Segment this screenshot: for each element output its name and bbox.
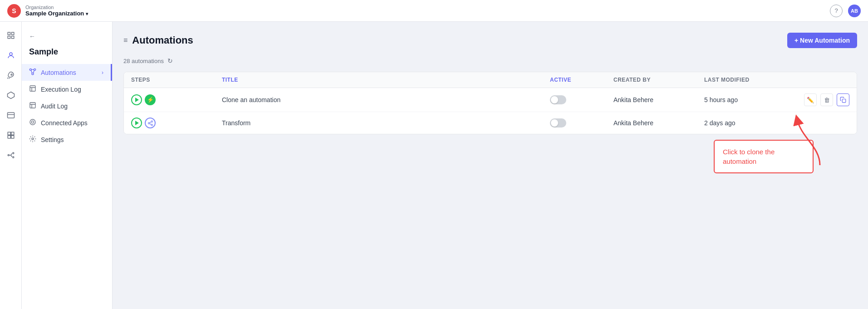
- sidebar-item-settings[interactable]: Settings: [22, 131, 112, 148]
- row1-steps: ⚡: [131, 94, 222, 105]
- play-icon: [131, 118, 142, 128]
- col-header-title[interactable]: Title: [222, 77, 550, 83]
- app-logo: S: [7, 4, 21, 18]
- sidebar-label-settings: Settings: [41, 136, 64, 143]
- automations-table: Steps Title Active Created By Last Modif…: [123, 72, 857, 134]
- steps-icons: ⚡: [131, 94, 222, 105]
- topbar-left: S Organization Sample Organization: [7, 4, 88, 18]
- svg-point-12: [8, 155, 9, 156]
- row1-actions: ✏️ 🗑: [804, 93, 849, 106]
- svg-rect-10: [8, 136, 10, 138]
- sidebar-item-audit-log[interactable]: Audit Log: [22, 98, 112, 114]
- toggle-switch[interactable]: [550, 118, 566, 128]
- col-header-steps: Steps: [131, 77, 222, 83]
- nav-icon-beta[interactable]: [3, 127, 19, 143]
- help-button[interactable]: ?: [830, 5, 843, 17]
- nav-sidebar: ← Sample Automations › Execution Log Aud…: [22, 22, 113, 309]
- svg-point-16: [34, 69, 36, 70]
- table-row: Transform Ankita Behere 2 days ago: [124, 112, 857, 134]
- sidebar-label-connected-apps: Connected Apps: [41, 119, 88, 127]
- nav-title: Sample: [22, 47, 112, 64]
- nav-icon-people[interactable]: [3, 47, 19, 64]
- svg-point-26: [151, 124, 152, 125]
- svg-rect-3: [11, 36, 14, 39]
- nav-icon-flow[interactable]: [3, 147, 19, 163]
- delete-button[interactable]: 🗑: [820, 93, 833, 106]
- sidebar-item-automations[interactable]: Automations ›: [22, 64, 112, 81]
- row2-steps: [131, 118, 222, 128]
- page-header: ≡ Automations + New Automation: [123, 33, 857, 48]
- svg-point-24: [151, 121, 152, 122]
- row1-created-by: Ankita Behere: [613, 96, 704, 103]
- user-avatar[interactable]: AB: [848, 5, 861, 17]
- svg-rect-18: [30, 86, 35, 91]
- svg-rect-8: [8, 132, 10, 135]
- svg-point-22: [32, 138, 34, 140]
- icon-sidebar: [0, 22, 22, 309]
- nav-icon-home[interactable]: [3, 27, 19, 44]
- toggle-switch[interactable]: [550, 95, 566, 104]
- svg-rect-7: [7, 113, 14, 118]
- bolt-icon: ⚡: [145, 94, 156, 105]
- play-icon: [131, 94, 142, 105]
- svg-rect-1: [11, 32, 14, 34]
- svg-rect-11: [11, 136, 14, 138]
- svg-point-13: [12, 152, 14, 154]
- action-icons: ✏️ 🗑: [804, 93, 849, 106]
- svg-point-20: [31, 121, 34, 123]
- edit-button[interactable]: ✏️: [804, 93, 817, 106]
- svg-point-5: [11, 74, 12, 75]
- org-label: Organization: [25, 5, 88, 10]
- back-icon: ←: [29, 33, 35, 40]
- org-name[interactable]: Sample Organization: [25, 10, 88, 17]
- play-triangle: [135, 121, 139, 125]
- nav-icon-inbox[interactable]: [3, 107, 19, 123]
- svg-point-4: [10, 53, 12, 55]
- clone-tooltip-text: Click to clone the automation: [723, 148, 775, 165]
- svg-point-15: [29, 69, 31, 70]
- sidebar-item-execution-log[interactable]: Execution Log: [22, 81, 112, 98]
- back-button[interactable]: ←: [22, 29, 112, 44]
- sidebar-item-connected-apps[interactable]: Connected Apps: [22, 114, 112, 131]
- main-content: ≡ Automations + New Automation 28 automa…: [113, 22, 868, 309]
- arrow-svg: [788, 111, 843, 170]
- sidebar-label-audit-log: Audit Log: [41, 103, 68, 110]
- chevron-right-icon: ›: [102, 69, 103, 76]
- table-header: Steps Title Active Created By Last Modif…: [124, 72, 857, 88]
- svg-point-25: [148, 122, 149, 123]
- automations-icon: [29, 68, 36, 77]
- svg-marker-6: [7, 92, 14, 99]
- settings-icon: [29, 135, 36, 144]
- automation-count: 28 automations: [123, 58, 164, 64]
- toggle-knob: [551, 96, 558, 103]
- execution-log-icon: [29, 85, 36, 93]
- page-title: Automations: [132, 34, 193, 46]
- arrow-annotation: [788, 111, 843, 172]
- row2-active: [550, 118, 613, 128]
- steps-icons: [131, 118, 222, 128]
- clone-button[interactable]: [837, 93, 849, 106]
- org-dropdown-icon: [86, 10, 88, 17]
- new-automation-button[interactable]: + New Automation: [787, 33, 857, 48]
- sidebar-label-automations: Automations: [41, 69, 76, 76]
- svg-rect-2: [8, 36, 10, 39]
- menu-icon: ≡: [123, 36, 128, 44]
- col-header-active[interactable]: Active: [550, 77, 613, 83]
- nav-icon-rocket[interactable]: [3, 67, 19, 83]
- svg-rect-0: [8, 32, 10, 34]
- row1-last-modified: 5 hours ago: [704, 96, 804, 103]
- col-header-created-by: Created By: [613, 77, 704, 83]
- nav-icon-segments[interactable]: [3, 87, 19, 103]
- row1-active: [550, 95, 613, 104]
- refresh-icon[interactable]: ↻: [167, 57, 173, 64]
- col-header-last-modified: Last Modified: [704, 77, 804, 83]
- row2-created-by: Ankita Behere: [613, 119, 704, 127]
- connected-apps-icon: [29, 118, 36, 127]
- play-triangle: [135, 98, 139, 102]
- topbar: S Organization Sample Organization ? AB: [0, 0, 868, 22]
- table-row: ⚡ Clone an automation Ankita Behere 5 ho…: [124, 88, 857, 112]
- col-header-actions: [804, 77, 849, 83]
- branch-icon: [145, 118, 156, 128]
- svg-rect-23: [842, 99, 846, 103]
- row1-title: Clone an automation: [222, 96, 550, 103]
